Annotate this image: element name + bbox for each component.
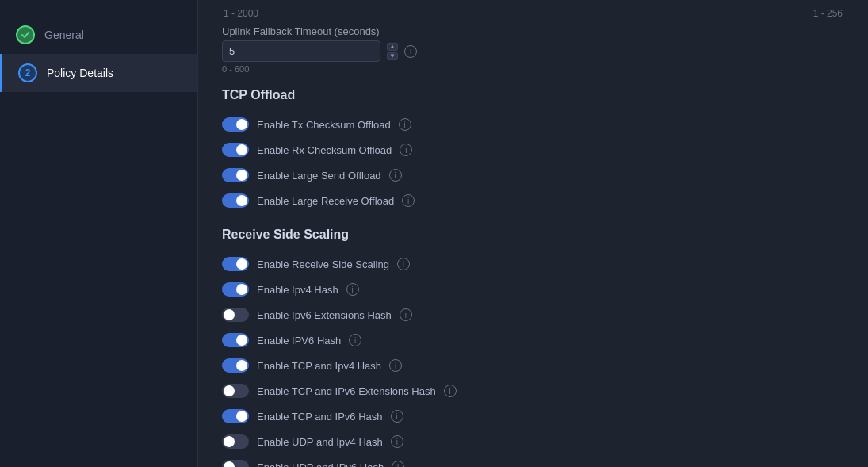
rss-toggles: Enable Receive Side ScalingiEnable Ipv4 … (222, 251, 844, 467)
toggle-label-enable-rx-checksum: Enable Rx Checksum Offload (257, 144, 392, 156)
toggle-enable-tcp-ipv4-hash[interactable] (222, 358, 249, 373)
info-icon-enable-udp-ipv6-hash[interactable]: i (392, 461, 404, 467)
toggle-row-enable-rx-checksum: Enable Rx Checksum Offloadi (222, 137, 844, 163)
toggle-enable-ipv6-ext-hash[interactable] (222, 308, 249, 322)
toggle-row-enable-ipv6-ext-hash: Enable Ipv6 Extensions Hashi (222, 302, 844, 327)
toggle-label-enable-ipv4-hash: Enable Ipv4 Hash (257, 284, 338, 296)
toggle-label-enable-large-send: Enable Large Send Offload (257, 170, 381, 182)
toggle-knob-enable-tcp-ipv6-hash (236, 411, 247, 422)
toggle-row-enable-ipv4-hash: Enable Ipv4 Hashi (222, 277, 844, 302)
sidebar-label-policy: Policy Details (47, 67, 113, 79)
info-icon-enable-tcp-ipv6-hash[interactable]: i (391, 410, 403, 423)
toggle-enable-ipv4-hash[interactable] (222, 282, 249, 297)
toggle-knob-enable-tcp-ipv6-ext-hash (224, 385, 235, 396)
toggle-row-enable-tx-checksum: Enable Tx Checksum Offloadi (222, 112, 844, 137)
toggle-knob-enable-ipv4-hash (236, 284, 247, 295)
info-icon-enable-ipv6-ext-hash[interactable]: i (400, 308, 412, 321)
toggle-enable-tx-checksum[interactable] (222, 117, 249, 132)
uplink-timeout-info-icon[interactable]: i (404, 45, 417, 58)
toggle-label-enable-tcp-ipv6-hash: Enable TCP and IPv6 Hash (257, 411, 383, 423)
info-icon-enable-udp-ipv4-hash[interactable]: i (391, 435, 403, 448)
range-row: 1 - 2000 1 - 256 (222, 8, 844, 19)
toggle-knob-enable-tx-checksum (236, 119, 247, 130)
toggle-knob-enable-tcp-ipv4-hash (236, 360, 247, 371)
receive-side-scaling-header: Receive Side Scaling (222, 228, 844, 242)
toggle-knob-enable-ipv6-ext-hash (224, 309, 235, 320)
toggle-row-enable-tcp-ipv6-hash: Enable TCP and IPv6 Hashi (222, 404, 844, 429)
info-icon-enable-large-receive[interactable]: i (402, 194, 415, 207)
info-icon-enable-tx-checksum[interactable]: i (399, 118, 411, 131)
toggle-enable-large-send[interactable] (222, 168, 249, 182)
toggle-enable-udp-ipv4-hash[interactable] (222, 434, 249, 449)
toggle-enable-ipv6-hash[interactable] (222, 333, 249, 347)
toggle-label-enable-large-receive: Enable Large Receive Offload (257, 195, 394, 207)
uplink-timeout-spinners: ▲ ▼ (387, 43, 398, 60)
info-icon-enable-ipv4-hash[interactable]: i (346, 283, 359, 296)
toggle-row-enable-ipv6-hash: Enable IPV6 Hashi (222, 327, 844, 353)
range-right: 1 - 256 (813, 8, 843, 19)
toggle-row-enable-rss: Enable Receive Side Scalingi (222, 251, 844, 277)
uplink-timeout-range: 0 - 600 (222, 64, 844, 74)
uplink-timeout-field: Uplink Failback Timeout (seconds) ▲ ▼ i … (222, 25, 844, 74)
toggle-knob-enable-rss (236, 258, 247, 270)
range-left: 1 - 2000 (224, 8, 258, 19)
toggle-enable-rx-checksum[interactable] (222, 143, 249, 157)
uplink-timeout-down[interactable]: ▼ (387, 52, 398, 60)
tcp-offload-header: TCP Offload (222, 88, 844, 102)
toggle-row-enable-udp-ipv6-hash: Enable UDP and IPv6 Hashi (222, 454, 844, 467)
tcp-offload-toggles: Enable Tx Checksum OffloadiEnable Rx Che… (222, 112, 844, 213)
toggle-knob-enable-rx-checksum (236, 144, 247, 155)
toggle-enable-udp-ipv6-hash[interactable] (222, 460, 249, 467)
info-icon-enable-ipv6-hash[interactable]: i (349, 334, 361, 346)
toggle-row-enable-large-receive: Enable Large Receive Offloadi (222, 188, 844, 213)
toggle-knob-enable-udp-ipv4-hash (224, 436, 235, 447)
info-icon-enable-rss[interactable]: i (397, 258, 410, 270)
step-badge-general (16, 25, 35, 44)
toggle-enable-tcp-ipv6-hash[interactable] (222, 409, 249, 423)
toggle-label-enable-ipv6-hash: Enable IPV6 Hash (257, 335, 341, 346)
toggle-label-enable-tx-checksum: Enable Tx Checksum Offload (257, 119, 391, 131)
toggle-row-enable-tcp-ipv6-ext-hash: Enable TCP and IPv6 Extensions Hashi (222, 378, 844, 404)
uplink-timeout-input[interactable] (222, 40, 380, 62)
sidebar-item-policy-details[interactable]: 2 Policy Details (0, 54, 197, 92)
toggle-knob-enable-ipv6-hash (236, 335, 247, 346)
toggle-enable-rss[interactable] (222, 257, 249, 271)
toggle-label-enable-tcp-ipv4-hash: Enable TCP and Ipv4 Hash (257, 360, 381, 372)
toggle-knob-enable-large-receive (236, 195, 247, 206)
sidebar: General 2 Policy Details (0, 0, 198, 467)
toggle-row-enable-udp-ipv4-hash: Enable UDP and Ipv4 Hashi (222, 429, 844, 454)
toggle-knob-enable-large-send (236, 170, 247, 181)
info-icon-enable-tcp-ipv6-ext-hash[interactable]: i (444, 385, 457, 397)
info-icon-enable-large-send[interactable]: i (389, 169, 402, 182)
sidebar-label-general: General (44, 29, 84, 41)
info-icon-enable-rx-checksum[interactable]: i (400, 144, 412, 156)
toggle-label-enable-tcp-ipv6-ext-hash: Enable TCP and IPv6 Extensions Hash (257, 385, 436, 397)
uplink-timeout-up[interactable]: ▲ (387, 43, 398, 51)
toggle-label-enable-udp-ipv6-hash: Enable UDP and IPv6 Hash (257, 461, 384, 468)
toggle-label-enable-ipv6-ext-hash: Enable Ipv6 Extensions Hash (257, 309, 392, 321)
toggle-row-enable-large-send: Enable Large Send Offloadi (222, 163, 844, 188)
step-badge-policy: 2 (18, 63, 37, 82)
info-icon-enable-tcp-ipv4-hash[interactable]: i (389, 359, 402, 372)
toggle-enable-tcp-ipv6-ext-hash[interactable] (222, 384, 249, 398)
sidebar-item-general[interactable]: General (0, 16, 197, 54)
toggle-row-enable-tcp-ipv4-hash: Enable TCP and Ipv4 Hashi (222, 353, 844, 378)
toggle-label-enable-rss: Enable Receive Side Scaling (257, 258, 389, 270)
uplink-timeout-label: Uplink Failback Timeout (seconds) (222, 25, 844, 37)
main-content: 1 - 2000 1 - 256 Uplink Failback Timeout… (198, 0, 868, 467)
toggle-enable-large-receive[interactable] (222, 193, 249, 208)
toggle-knob-enable-udp-ipv6-hash (224, 461, 235, 467)
toggle-label-enable-udp-ipv4-hash: Enable UDP and Ipv4 Hash (257, 436, 383, 448)
